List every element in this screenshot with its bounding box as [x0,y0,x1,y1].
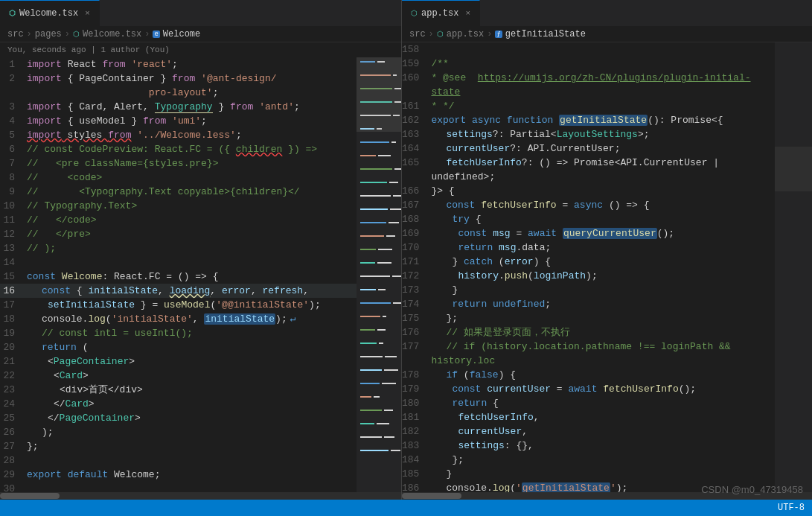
code-area-left[interactable]: 1 import React from 'react'; 2 import { … [0,57,401,492]
code-line-1: 1 import React from 'react'; [0,57,357,71]
r-line-176: 176 // 如果是登录页面，不执行 [402,325,775,340]
tabs-bar: ⬡ Welcome.tsx × ⬡ app.tsx × [0,0,812,26]
code-line-11: 11 // </code> [0,213,357,227]
scrollbar-left[interactable] [0,492,401,500]
editor-pane-right: src › ⬡ app.tsx › ƒ getInitialState 158 [402,26,812,500]
tab-icon-welcome: ⬡ [9,9,16,18]
r-line-185: 185 } [402,467,775,481]
code-line-12: 12 // </pre> [0,227,357,241]
code-line-23: 23 <div>首页</div> [0,383,357,397]
code-line-16: 16 const { initialState, loading, error,… [0,284,357,298]
tab-icon-app: ⬡ [411,9,418,18]
r-line-172: 172 history.push(loginPath); [402,269,775,283]
editor-pane-left: src › pages › ⬡ Welcome.tsx › e Welcome … [0,26,402,500]
breadcrumb-right: src › ⬡ app.tsx › ƒ getInitialState [402,26,812,42]
breadcrumb-file: Welcome.tsx [83,29,141,39]
code-line-30: 30 [0,482,357,492]
breadcrumb-r-symbol: getInitialState [505,29,586,39]
r-line-159: 159 /** [402,57,775,71]
r-line-165: 165 fetchUserInfo?: () => Promise<API.Cu… [402,156,775,184]
code-line-4: 4 import { useModel } from 'umi'; [0,114,357,128]
breadcrumb-r-src: src [409,29,426,39]
code-line-6: 6 // const CodePreview: React.FC = ({ ch… [0,142,357,156]
code-line-10: 10 // Typography.Text> [0,199,357,213]
r-line-162: 162 export async function getInitialStat… [402,113,775,127]
r-line-183: 183 settings: {}, [402,439,775,453]
breadcrumb-pages: pages [35,29,62,39]
react-icon-r: ⬡ [437,30,444,39]
ts-icon: e [153,31,159,38]
r-line-186: 186 console.log('getInitialState'); [402,481,775,492]
r-line-158: 158 [402,42,775,57]
ts-icon-r: ƒ [495,31,502,38]
tab-label-welcome: Welcome.tsx [19,8,78,19]
code-line-15: 15 const Welcome: React.FC = () => { [0,270,357,284]
r-line-170: 170 return msg.data; [402,241,775,255]
tab-close-welcome[interactable]: × [85,9,90,18]
breadcrumb-r-file: app.tsx [447,29,484,39]
r-line-161: 161 * */ [402,99,775,113]
r-line-173: 173 } [402,283,775,297]
r-line-175: 175 }; [402,311,775,325]
code-line-29: 29 export default Welcome; [0,468,357,482]
code-line-2: 2 import { PageContainer } from '@ant-de… [0,71,357,100]
tab-app[interactable]: ⬡ app.tsx × [402,0,480,26]
r-line-177: 177 // if (history.location.pathname !==… [402,340,775,368]
tab-close-app[interactable]: × [465,9,470,18]
tab-label-app: app.tsx [421,8,458,19]
r-line-182: 182 currentUser, [402,424,775,439]
code-line-18: 18 console.log('initialState', initialSt… [0,312,357,326]
r-line-180: 180 return { [402,396,775,410]
r-line-160: 160 * @see https://umijs.org/zh-CN/plugi… [402,71,775,99]
code-line-20: 20 return ( [0,340,357,354]
code-line-3: 3 import { Card, Alert, Typography } fro… [0,100,357,114]
editor-container: ⬡ Welcome.tsx × ⬡ app.tsx × src › pages … [0,0,812,516]
r-line-169: 169 const msg = await queryCurrentUser()… [402,226,775,241]
r-line-179: 179 const currentUser = await fetchUserI… [402,382,775,396]
code-line-27: 27 }; [0,439,357,453]
breadcrumb-left: src › pages › ⬡ Welcome.tsx › e Welcome [0,26,401,42]
r-line-168: 168 try { [402,212,775,226]
code-line-5: 5 import styles from '../Welcome.less'; [0,128,357,142]
code-line-13: 13 // ); [0,241,357,255]
r-line-166: 166 }> { [402,184,775,198]
r-line-184: 184 }; [402,453,775,467]
code-line-19: 19 // const intl = useIntl(); [0,326,357,340]
code-line-28: 28 [0,453,357,468]
code-line-14: 14 [0,255,357,270]
code-line-9: 9 // <Typography.Text copyable>{children… [0,185,357,199]
r-line-181: 181 fetchUserInfo, [402,410,775,424]
code-line-25: 25 </PageContainer> [0,411,357,425]
r-line-171: 171 } catch (error) { [402,255,775,269]
file-info-text: You, seconds ago | 1 author (You) [7,45,170,54]
scrollbar-right[interactable] [402,492,812,500]
r-line-163: 163 settings?: Partial<LayoutSettings>; [402,127,775,141]
code-line-24: 24 </Card> [0,397,357,411]
status-bar-text: UTF-8 [778,503,805,513]
r-line-167: 167 const fetchUserInfo = async () => { [402,198,775,212]
file-info-left: You, seconds ago | 1 author (You) [0,42,401,57]
minimap-right [775,42,812,492]
tab-welcome[interactable]: ⬡ Welcome.tsx × [0,0,100,26]
react-icon: ⬡ [73,30,80,39]
code-line-8: 8 // <code> [0,171,357,185]
editors-row: src › pages › ⬡ Welcome.tsx › e Welcome … [0,26,812,500]
code-line-7: 7 // <pre className={styles.pre}> [0,156,357,171]
breadcrumb-symbol: Welcome [163,29,200,39]
r-line-164: 164 currentUser?: API.CurrentUser; [402,141,775,156]
status-bar: UTF-8 [0,500,812,516]
code-line-21: 21 <PageContainer> [0,354,357,369]
r-line-174: 174 return undefined; [402,297,775,311]
code-line-17: 17 setInitialState } = useModel('@@initi… [0,298,357,312]
r-line-178: 178 if (false) { [402,368,775,382]
breadcrumb-src: src [7,29,24,39]
code-line-22: 22 <Card> [0,369,357,383]
minimap-left [357,57,401,492]
code-area-right[interactable]: 158 159 /** 160 * @see https://umijs.org… [402,42,812,492]
code-line-26: 26 ); [0,425,357,439]
